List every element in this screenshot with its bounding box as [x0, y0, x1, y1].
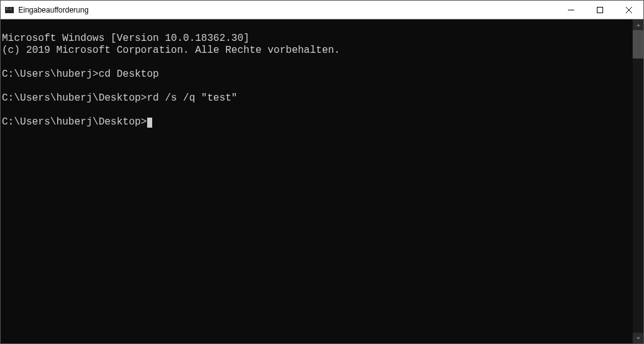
terminal-line: C:\Users\huberj\Desktop>rd /s /q "test"	[2, 92, 237, 104]
client-area: Microsoft Windows [Version 10.0.18362.30…	[1, 19, 643, 343]
minimize-button[interactable]	[557, 1, 586, 19]
close-button[interactable]	[614, 1, 643, 19]
vertical-scrollbar[interactable]	[633, 19, 643, 343]
terminal-line: (c) 2019 Microsoft Corporation. Alle Rec…	[2, 45, 340, 56]
terminal-line: C:\Users\huberj>cd Desktop	[2, 69, 159, 80]
titlebar-left: Eingabeaufforderung	[1, 5, 557, 15]
cmd-app-icon	[4, 5, 14, 15]
scroll-down-button[interactable]	[633, 333, 643, 343]
terminal-line: Microsoft Windows [Version 10.0.18362.30…	[2, 33, 250, 44]
scrollbar-thumb[interactable]	[633, 30, 643, 58]
window-controls	[557, 1, 643, 19]
titlebar[interactable]: Eingabeaufforderung	[1, 1, 643, 19]
svg-rect-1	[597, 7, 603, 13]
terminal-prompt-text: C:\Users\huberj\Desktop>	[2, 116, 147, 128]
terminal-prompt-line: C:\Users\huberj\Desktop>	[2, 116, 152, 128]
terminal-output[interactable]: Microsoft Windows [Version 10.0.18362.30…	[1, 19, 633, 343]
cmd-window: Eingabeaufforderung Microsoft Windows [V…	[0, 0, 644, 344]
scroll-up-button[interactable]	[633, 19, 643, 30]
maximize-button[interactable]	[586, 1, 614, 19]
window-title: Eingabeaufforderung	[18, 6, 89, 14]
terminal-cursor	[147, 118, 152, 128]
scrollbar-track[interactable]	[633, 30, 643, 333]
